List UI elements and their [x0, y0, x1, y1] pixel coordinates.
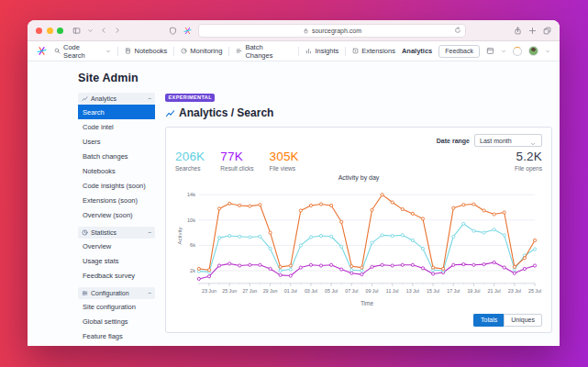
maximize-button[interactable]	[57, 28, 63, 34]
address-bar[interactable]: sourcegraph.com	[198, 24, 466, 38]
sidebar-item-batch-changes[interactable]: Batch changes	[78, 149, 155, 163]
sidebar-item-code-intel[interactable]: Code intel	[78, 119, 155, 134]
uniques-button[interactable]: Uniques	[504, 314, 542, 327]
nav-divider	[345, 47, 346, 56]
feedback-button[interactable]: Feedback	[438, 45, 480, 58]
back-button[interactable]	[100, 27, 107, 34]
svg-text:29 Jun: 29 Jun	[263, 287, 278, 293]
sliders-icon	[82, 290, 88, 296]
collapse-icon[interactable]: −	[148, 229, 151, 236]
analytics-link[interactable]: Analytics	[402, 47, 432, 55]
sidebar-item-global-settings[interactable]: Global settings	[78, 314, 155, 328]
sourcegraph-logo[interactable]	[37, 46, 47, 56]
sg-logo-icon	[183, 27, 192, 35]
svg-text:11 Jul: 11 Jul	[386, 287, 399, 293]
sidebar-item-code-insights-soon[interactable]: Code insights (soon)	[78, 178, 155, 193]
refresh-button[interactable]	[454, 27, 461, 34]
chart-title: Activity by day	[175, 174, 542, 181]
sidebar-group-configuration[interactable]: Configuration−	[78, 287, 155, 299]
svg-text:07 Jul: 07 Jul	[345, 287, 358, 293]
svg-text:25 Jun: 25 Jun	[222, 287, 237, 293]
nav-item-insights[interactable]: Insights	[305, 47, 338, 55]
svg-text:10k: 10k	[187, 217, 195, 222]
sidebar-item-search[interactable]: Search	[78, 105, 155, 119]
svg-text:2k: 2k	[190, 267, 195, 272]
avatar[interactable]	[528, 46, 538, 56]
chevron-down-icon[interactable]	[87, 28, 94, 34]
book-icon	[125, 48, 131, 54]
window-controls	[36, 28, 63, 34]
chev-down-icon	[530, 141, 536, 147]
svg-text:23 Jun: 23 Jun	[202, 287, 216, 293]
sidebar-toggle-button[interactable]	[72, 27, 81, 35]
svg-text:15 Jul: 15 Jul	[427, 287, 439, 293]
date-range-label: Date range	[437, 138, 470, 144]
tabs-icon	[543, 27, 551, 35]
nav-item-notebooks[interactable]: Notebooks	[125, 47, 167, 55]
analytics-card: Date range Last month 206KSearches77KRes…	[165, 127, 552, 333]
svg-text:05 Jul: 05 Jul	[325, 287, 338, 293]
tabs-overview-button[interactable]	[543, 27, 551, 35]
svg-text:19 Jul: 19 Jul	[467, 287, 480, 293]
url-text: sourcegraph.com	[312, 28, 361, 34]
svg-text:25 Jul: 25 Jul	[528, 287, 541, 293]
svg-text:Time: Time	[361, 299, 374, 306]
top-navigation: Code SearchNotebooksMonitoringBatch Chan…	[28, 41, 560, 61]
new-tab-button[interactable]	[528, 27, 537, 35]
chart-line-icon	[165, 108, 175, 118]
totals-button[interactable]: Totals	[473, 314, 504, 327]
svg-text:01 Jul: 01 Jul	[284, 287, 297, 293]
sidebar-item-notebooks[interactable]: Notebooks	[78, 163, 155, 178]
lock-icon	[303, 28, 309, 34]
sidebar-item-usage-stats[interactable]: Usage stats	[78, 253, 155, 268]
svg-text:27 Jun: 27 Jun	[242, 287, 257, 293]
totals-uniques-toggle: Totals Uniques	[175, 314, 542, 327]
insights-icon	[305, 48, 312, 54]
nav-item-extensions[interactable]: Extensions	[352, 47, 395, 55]
nav-item-monitoring[interactable]: Monitoring	[181, 47, 222, 55]
close-button[interactable]	[36, 28, 42, 34]
content-area: Site Admin Analytics−SearchCode intelUse…	[28, 61, 560, 346]
chev-down-icon	[545, 49, 550, 54]
nav-item-batch-changes[interactable]: Batch Changes	[236, 43, 292, 60]
sidebar-title: Site Admin	[78, 72, 155, 84]
setup-status-icon[interactable]	[513, 47, 522, 56]
sidebar-item-overview-soon[interactable]: Overview (soon)	[78, 207, 155, 222]
clock-icon	[82, 229, 88, 236]
sidebar-item-overview[interactable]: Overview	[78, 239, 155, 253]
minimize-button[interactable]	[47, 28, 53, 34]
svg-text:13 Jul: 13 Jul	[406, 287, 419, 293]
browser-window: sourcegraph.com Code SearchNotebooksMoni…	[28, 20, 560, 346]
sidebar-group-statistics[interactable]: Statistics−	[78, 227, 155, 239]
svg-text:23 Jul: 23 Jul	[508, 287, 521, 293]
collapse-icon[interactable]: −	[148, 95, 151, 102]
batch-icon	[236, 48, 242, 54]
forward-button[interactable]	[114, 27, 121, 34]
puzzle-icon	[352, 48, 359, 54]
lock-icon	[303, 28, 309, 34]
sidebar-item-license[interactable]: License	[78, 343, 155, 346]
sidebar-item-feedback-survey[interactable]: Feedback survey	[78, 268, 155, 283]
nav-divider	[298, 47, 299, 56]
sidebar-item-site-configuration[interactable]: Site configuration	[78, 299, 155, 314]
sourcegraph-extension-icon[interactable]	[183, 27, 192, 35]
sidebar-item-feature-flags[interactable]: Feature flags	[78, 328, 155, 343]
share-button[interactable]	[514, 27, 522, 35]
shield-icon[interactable]	[169, 27, 177, 35]
date-range-value: Last month	[480, 138, 512, 144]
nav-item-code-search[interactable]: Code Search	[54, 43, 111, 60]
stats-row: 206KSearches77KResult clicks305KFile vie…	[175, 150, 542, 172]
chevron-down-icon[interactable]	[545, 49, 550, 54]
chev-down-icon	[501, 49, 506, 54]
nav-divider	[117, 47, 118, 56]
collapse-icon[interactable]: −	[148, 290, 151, 296]
sidebar-item-users[interactable]: Users	[78, 134, 155, 149]
apps-menu-icon[interactable]	[486, 47, 494, 55]
sidebar-group-analytics[interactable]: Analytics−	[78, 93, 155, 105]
nav-divider	[173, 47, 174, 56]
sidebar-item-extensions-soon[interactable]: Extensions (soon)	[78, 193, 155, 207]
stat-file-views: 305KFile views	[269, 150, 298, 172]
date-range-select[interactable]: Last month	[474, 134, 542, 147]
chev-down-icon	[87, 28, 94, 34]
stat-searches: 206KSearches	[175, 150, 205, 172]
